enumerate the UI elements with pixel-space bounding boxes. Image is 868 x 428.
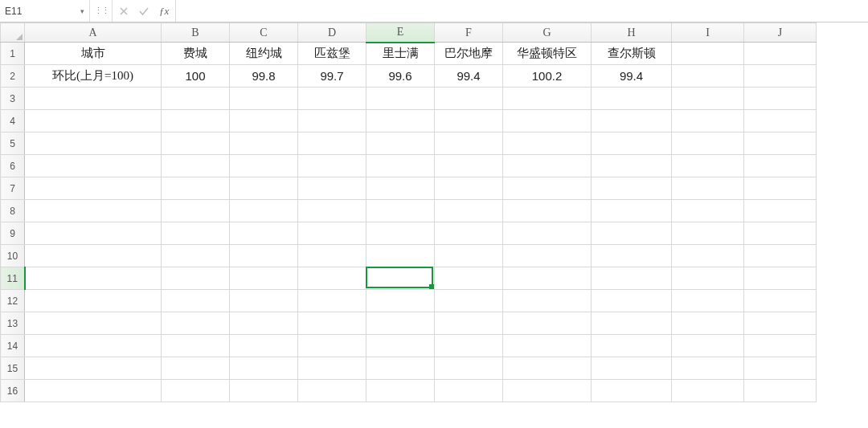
cell-G8[interactable] bbox=[503, 200, 592, 222]
cell-D16[interactable] bbox=[298, 380, 366, 402]
cell-G3[interactable] bbox=[503, 88, 592, 110]
cell-E16[interactable] bbox=[366, 380, 435, 402]
cell-A11[interactable] bbox=[25, 267, 162, 290]
cell-J9[interactable] bbox=[744, 222, 817, 245]
row-header-4[interactable]: 4 bbox=[1, 110, 25, 132]
cell-C14[interactable] bbox=[230, 335, 298, 357]
cell-G1[interactable]: 华盛顿特区 bbox=[503, 43, 592, 65]
row-header-1[interactable]: 1 bbox=[1, 43, 25, 65]
column-header-D[interactable]: D bbox=[298, 23, 366, 43]
cell-F13[interactable] bbox=[435, 312, 503, 335]
cell-J6[interactable] bbox=[744, 155, 817, 177]
cell-H12[interactable] bbox=[592, 290, 672, 312]
cell-C13[interactable] bbox=[230, 312, 298, 335]
cell-J13[interactable] bbox=[744, 312, 817, 335]
cell-D11[interactable] bbox=[298, 267, 366, 290]
cell-I6[interactable] bbox=[672, 155, 744, 177]
row-header-16[interactable]: 16 bbox=[1, 380, 25, 402]
cell-A10[interactable] bbox=[25, 245, 162, 267]
cell-A8[interactable] bbox=[25, 200, 162, 222]
cell-G12[interactable] bbox=[503, 290, 592, 312]
cell-F6[interactable] bbox=[435, 155, 503, 177]
cell-D8[interactable] bbox=[298, 200, 366, 222]
cell-G9[interactable] bbox=[503, 222, 592, 245]
row-header-5[interactable]: 5 bbox=[1, 132, 25, 155]
cell-H11[interactable] bbox=[592, 267, 672, 290]
cell-E7[interactable] bbox=[366, 177, 435, 200]
cell-B8[interactable] bbox=[162, 200, 230, 222]
cell-J3[interactable] bbox=[744, 88, 817, 110]
column-header-H[interactable]: H bbox=[592, 23, 672, 43]
cell-H16[interactable] bbox=[592, 380, 672, 402]
row-header-14[interactable]: 14 bbox=[1, 335, 25, 357]
cell-B4[interactable] bbox=[162, 110, 230, 132]
cell-J2[interactable] bbox=[744, 65, 817, 88]
cell-F11[interactable] bbox=[435, 267, 503, 290]
row-header-8[interactable]: 8 bbox=[1, 200, 25, 222]
cell-C5[interactable] bbox=[230, 132, 298, 155]
cell-H3[interactable] bbox=[592, 88, 672, 110]
cell-I11[interactable] bbox=[672, 267, 744, 290]
cell-F7[interactable] bbox=[435, 177, 503, 200]
column-header-B[interactable]: B bbox=[162, 23, 230, 43]
column-header-C[interactable]: C bbox=[230, 23, 298, 43]
cell-E6[interactable] bbox=[366, 155, 435, 177]
cell-G5[interactable] bbox=[503, 132, 592, 155]
cell-C8[interactable] bbox=[230, 200, 298, 222]
cell-C15[interactable] bbox=[230, 357, 298, 380]
cell-F9[interactable] bbox=[435, 222, 503, 245]
cell-A7[interactable] bbox=[25, 177, 162, 200]
cell-J1[interactable] bbox=[744, 43, 817, 65]
row-header-15[interactable]: 15 bbox=[1, 357, 25, 380]
cell-D15[interactable] bbox=[298, 357, 366, 380]
cell-B12[interactable] bbox=[162, 290, 230, 312]
cell-G13[interactable] bbox=[503, 312, 592, 335]
cell-D14[interactable] bbox=[298, 335, 366, 357]
cell-I1[interactable] bbox=[672, 43, 744, 65]
cell-E15[interactable] bbox=[366, 357, 435, 380]
dropdown-icon[interactable]: ▾ bbox=[78, 7, 86, 15]
column-header-G[interactable]: G bbox=[503, 23, 592, 43]
column-header-J[interactable]: J bbox=[744, 23, 817, 43]
cell-G7[interactable] bbox=[503, 177, 592, 200]
column-header-I[interactable]: I bbox=[672, 23, 744, 43]
column-header-A[interactable]: A bbox=[25, 23, 162, 43]
row-header-10[interactable]: 10 bbox=[1, 245, 25, 267]
cell-A15[interactable] bbox=[25, 357, 162, 380]
cell-H9[interactable] bbox=[592, 222, 672, 245]
cell-J8[interactable] bbox=[744, 200, 817, 222]
cell-G14[interactable] bbox=[503, 335, 592, 357]
cell-E2[interactable]: 99.6 bbox=[366, 65, 435, 88]
cell-A3[interactable] bbox=[25, 88, 162, 110]
cell-J11[interactable] bbox=[744, 267, 817, 290]
row-header-12[interactable]: 12 bbox=[1, 290, 25, 312]
cell-G11[interactable] bbox=[503, 267, 592, 290]
cell-B3[interactable] bbox=[162, 88, 230, 110]
cell-I7[interactable] bbox=[672, 177, 744, 200]
cell-G16[interactable] bbox=[503, 380, 592, 402]
cell-E13[interactable] bbox=[366, 312, 435, 335]
select-all-corner[interactable] bbox=[1, 23, 25, 43]
cell-J15[interactable] bbox=[744, 357, 817, 380]
cell-F10[interactable] bbox=[435, 245, 503, 267]
cell-C7[interactable] bbox=[230, 177, 298, 200]
column-header-E[interactable]: E bbox=[366, 23, 435, 43]
row-header-2[interactable]: 2 bbox=[1, 65, 25, 88]
cell-E1[interactable]: 里士满 bbox=[366, 43, 435, 65]
cell-G10[interactable] bbox=[503, 245, 592, 267]
cell-F2[interactable]: 99.4 bbox=[435, 65, 503, 88]
cell-B11[interactable] bbox=[162, 267, 230, 290]
cell-J5[interactable] bbox=[744, 132, 817, 155]
cell-H14[interactable] bbox=[592, 335, 672, 357]
cell-I5[interactable] bbox=[672, 132, 744, 155]
cell-D7[interactable] bbox=[298, 177, 366, 200]
cell-I15[interactable] bbox=[672, 357, 744, 380]
cell-I8[interactable] bbox=[672, 200, 744, 222]
cell-D9[interactable] bbox=[298, 222, 366, 245]
row-header-3[interactable]: 3 bbox=[1, 88, 25, 110]
row-header-9[interactable]: 9 bbox=[1, 222, 25, 245]
cell-C4[interactable] bbox=[230, 110, 298, 132]
cell-A6[interactable] bbox=[25, 155, 162, 177]
cell-A9[interactable] bbox=[25, 222, 162, 245]
cell-J14[interactable] bbox=[744, 335, 817, 357]
